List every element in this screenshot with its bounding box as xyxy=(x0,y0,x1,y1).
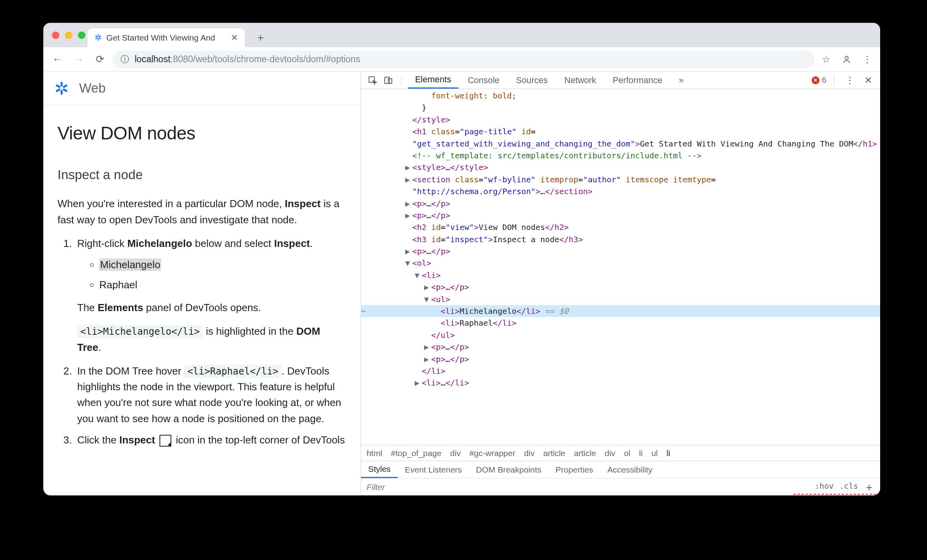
hov-toggle[interactable]: :hov xyxy=(815,481,834,493)
styles-filter-input[interactable] xyxy=(367,482,815,492)
tab-styles[interactable]: Styles xyxy=(361,461,398,478)
site-info-icon[interactable]: ⓘ xyxy=(121,54,129,65)
tab-dom-breakpoints[interactable]: DOM Breakpoints xyxy=(469,461,549,478)
selected-dom-node[interactable]: <li>Michelangelo</li> == $0 xyxy=(361,305,880,317)
svg-rect-3 xyxy=(388,79,392,83)
devtools-panel: Elements Console Sources Network Perform… xyxy=(361,72,880,495)
browser-window: ✲ Get Started With Viewing And ✕ + ← → ⟳… xyxy=(43,23,880,495)
code-snippet: <li>Raphael</li> xyxy=(184,365,282,378)
close-window-button[interactable] xyxy=(52,32,59,39)
url-text: localhost:8080/web/tools/chrome-devtools… xyxy=(135,54,360,65)
tab-title: Get Started With Viewing And xyxy=(106,33,215,43)
minimize-window-button[interactable] xyxy=(65,32,72,39)
device-toggle-button[interactable] xyxy=(382,74,395,87)
browser-tab[interactable]: ✲ Get Started With Viewing And ✕ xyxy=(87,28,245,47)
tab-event-listeners[interactable]: Event Listeners xyxy=(398,461,469,478)
error-icon: ✕ xyxy=(812,76,819,84)
tab-sources[interactable]: Sources xyxy=(509,72,555,89)
error-count-badge[interactable]: ✕ 6 xyxy=(812,76,826,85)
tab-favicon-icon: ✲ xyxy=(95,33,102,43)
article-h1: View DOM nodes xyxy=(57,119,347,147)
inspect-element-button[interactable] xyxy=(366,74,379,87)
styles-filter-bar: :hov .cls + xyxy=(361,478,880,495)
page-viewport: ✲ Web View DOM nodes Inspect a node When… xyxy=(43,72,361,495)
tab-strip: ✲ Get Started With Viewing And ✕ + xyxy=(43,23,880,47)
intro-paragraph: When you're interested in a particular D… xyxy=(57,196,347,228)
dom-breadcrumbs[interactable]: html #top_of_page div #gc-wrapper div ar… xyxy=(361,445,880,461)
back-button[interactable]: ← xyxy=(49,51,66,68)
tab-console[interactable]: Console xyxy=(461,72,507,89)
maximize-window-button[interactable] xyxy=(78,32,85,39)
new-tab-button[interactable]: + xyxy=(252,29,269,46)
code-snippet: <li>Michelangelo</li> xyxy=(77,325,203,338)
browser-toolbar: ← → ⟳ ⓘ localhost:8080/web/tools/chrome-… xyxy=(43,47,880,72)
tab-elements[interactable]: Elements xyxy=(408,72,458,89)
reload-button[interactable]: ⟳ xyxy=(91,51,109,68)
inspect-icon xyxy=(159,435,171,447)
address-bar[interactable]: ⓘ localhost:8080/web/tools/chrome-devtoo… xyxy=(113,51,815,68)
site-header: ✲ Web xyxy=(43,72,361,105)
svg-rect-2 xyxy=(385,77,389,83)
forward-button[interactable]: → xyxy=(70,51,87,68)
add-style-rule-button[interactable]: + xyxy=(864,481,875,493)
profile-avatar-icon[interactable] xyxy=(839,52,854,67)
close-devtools-button[interactable]: ✕ xyxy=(861,75,875,86)
styles-tabs: Styles Event Listeners DOM Breakpoints P… xyxy=(361,461,880,478)
list-item[interactable]: Michelangelo xyxy=(99,257,347,273)
devtools-menu-icon[interactable]: ⋮ xyxy=(842,73,857,88)
site-name: Web xyxy=(79,81,106,96)
step-1: Right-click Michelangelo below and selec… xyxy=(75,235,347,355)
browser-menu-icon[interactable]: ⋮ xyxy=(860,52,875,67)
svg-point-0 xyxy=(845,56,848,59)
window-controls xyxy=(52,32,85,39)
more-tabs-button[interactable]: » xyxy=(672,72,691,89)
devtools-header: Elements Console Sources Network Perform… xyxy=(361,72,880,89)
close-tab-button[interactable]: ✕ xyxy=(231,33,238,43)
tab-accessibility[interactable]: Accessibility xyxy=(600,461,659,478)
tab-properties[interactable]: Properties xyxy=(549,461,601,478)
cls-toggle[interactable]: .cls xyxy=(839,481,858,493)
article-body: View DOM nodes Inspect a node When you'r… xyxy=(43,105,361,467)
content-area: ✲ Web View DOM nodes Inspect a node When… xyxy=(43,72,880,495)
elements-dom-tree[interactable]: font-weight: bold; } </style> <h1 class=… xyxy=(361,89,880,445)
tab-network[interactable]: Network xyxy=(557,72,603,89)
step-2: In the DOM Tree hover <li>Raphael</li>. … xyxy=(75,363,347,426)
article-h2: Inspect a node xyxy=(57,165,347,185)
step-3: Click the Inspect icon in the top-left c… xyxy=(75,432,347,448)
dashed-indicator xyxy=(794,494,880,495)
tab-performance[interactable]: Performance xyxy=(606,72,669,89)
list-item[interactable]: Raphael xyxy=(99,277,347,293)
bookmark-star-icon[interactable]: ☆ xyxy=(819,52,834,67)
site-logo-icon: ✲ xyxy=(54,78,69,98)
